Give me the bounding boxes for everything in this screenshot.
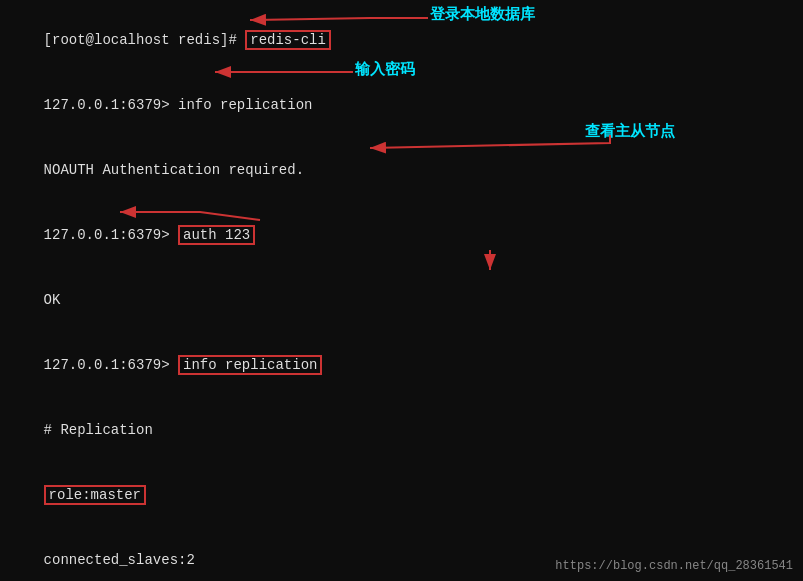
annotation-login: 登录本地数据库 xyxy=(430,5,535,24)
auth-cmd: auth 123 xyxy=(178,225,255,245)
annotation-password: 输入密码 xyxy=(355,60,415,79)
terminal: [root@localhost redis]# redis-cli 127.0.… xyxy=(0,0,803,581)
ok-text: OK xyxy=(44,292,61,308)
prompt-6: 127.0.0.1:6379> xyxy=(44,357,178,373)
annotation-view-nodes: 查看主从节点 xyxy=(585,122,675,141)
role-master: role:master xyxy=(44,485,146,505)
line-9-text: connected_slaves:2 xyxy=(44,552,195,568)
line-5: OK xyxy=(10,268,793,333)
line-3-text: NOAUTH Authentication required. xyxy=(44,162,304,178)
redis-cli-cmd: redis-cli xyxy=(245,30,331,50)
line-7: # Replication xyxy=(10,398,793,463)
prompt-4: 127.0.0.1:6379> xyxy=(44,227,178,243)
line-2: 127.0.0.1:6379> info replication xyxy=(10,73,793,138)
info-replication-cmd: info replication xyxy=(178,355,322,375)
line-2-text: 127.0.0.1:6379> info replication xyxy=(44,97,313,113)
line-3: NOAUTH Authentication required. xyxy=(10,138,793,203)
line-4: 127.0.0.1:6379> auth 123 xyxy=(10,203,793,268)
line-9: connected_slaves:2 xyxy=(10,529,793,582)
line-6: 127.0.0.1:6379> info replication xyxy=(10,333,793,398)
line-8: role:master xyxy=(10,463,793,528)
prompt-1: [root@localhost redis]# xyxy=(44,32,246,48)
line-7-text: # Replication xyxy=(44,422,153,438)
watermark: https://blog.csdn.net/qq_28361541 xyxy=(555,559,793,573)
